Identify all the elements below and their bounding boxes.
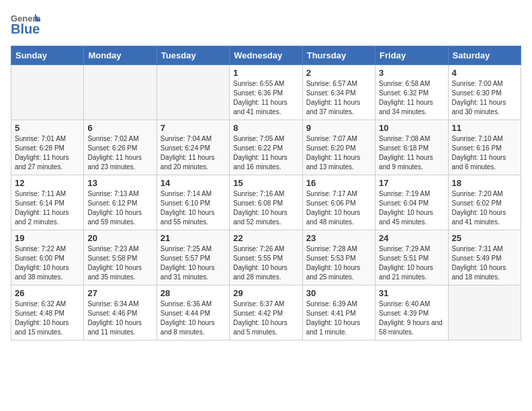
day-info: Sunrise: 6:40 AMSunset: 4:39 PMDaylight:…	[379, 300, 444, 337]
day-number: 4	[452, 68, 517, 78]
day-info: Sunrise: 6:39 AMSunset: 4:41 PMDaylight:…	[306, 300, 371, 337]
calendar-day-cell	[157, 65, 229, 120]
day-info: Sunrise: 6:57 AMSunset: 6:34 PMDaylight:…	[306, 79, 371, 117]
day-number: 16	[306, 178, 371, 188]
day-info: Sunrise: 7:31 AMSunset: 5:49 PMDaylight:…	[452, 244, 517, 282]
calendar-day-cell: 8Sunrise: 7:05 AMSunset: 6:22 PMDaylight…	[230, 120, 302, 175]
calendar-day-cell: 9Sunrise: 7:07 AMSunset: 6:20 PMDaylight…	[302, 120, 375, 175]
day-info: Sunrise: 6:36 AMSunset: 4:44 PMDaylight:…	[161, 300, 226, 337]
calendar-day-cell: 26Sunrise: 6:32 AMSunset: 4:48 PMDayligh…	[11, 285, 84, 340]
calendar-day-cell: 1Sunrise: 6:55 AMSunset: 6:36 PMDaylight…	[230, 65, 302, 120]
calendar-day-cell: 25Sunrise: 7:31 AMSunset: 5:49 PMDayligh…	[448, 230, 521, 285]
calendar-day-cell: 4Sunrise: 7:00 AMSunset: 6:30 PMDaylight…	[448, 65, 521, 120]
day-number: 28	[161, 288, 226, 298]
calendar-day-cell: 30Sunrise: 6:39 AMSunset: 4:41 PMDayligh…	[302, 285, 375, 340]
day-number: 24	[379, 233, 444, 243]
weekday-header-saturday: Saturday	[448, 46, 521, 65]
day-info: Sunrise: 6:37 AMSunset: 4:42 PMDaylight:…	[233, 300, 298, 337]
day-number: 13	[87, 178, 152, 188]
weekday-header-monday: Monday	[84, 46, 157, 65]
day-number: 7	[161, 123, 226, 133]
day-number: 10	[379, 123, 444, 133]
calendar-week-row: 5Sunrise: 7:01 AMSunset: 6:28 PMDaylight…	[11, 120, 521, 175]
day-info: Sunrise: 7:28 AMSunset: 5:53 PMDaylight:…	[306, 244, 371, 282]
day-number: 5	[15, 123, 80, 133]
day-number: 31	[379, 288, 444, 298]
day-info: Sunrise: 7:05 AMSunset: 6:22 PMDaylight:…	[233, 134, 298, 172]
day-info: Sunrise: 7:01 AMSunset: 6:28 PMDaylight:…	[15, 134, 80, 172]
svg-text:Blue: Blue	[11, 21, 40, 36]
day-info: Sunrise: 7:29 AMSunset: 5:51 PMDaylight:…	[379, 244, 444, 282]
day-number: 9	[306, 123, 371, 133]
calendar-day-cell: 20Sunrise: 7:23 AMSunset: 5:58 PMDayligh…	[84, 230, 157, 285]
page-header: General Blue	[11, 11, 521, 38]
day-info: Sunrise: 7:04 AMSunset: 6:24 PMDaylight:…	[161, 134, 226, 172]
day-info: Sunrise: 7:02 AMSunset: 6:26 PMDaylight:…	[87, 134, 152, 172]
calendar-day-cell	[448, 285, 521, 340]
calendar-day-cell: 2Sunrise: 6:57 AMSunset: 6:34 PMDaylight…	[302, 65, 375, 120]
calendar-day-cell: 5Sunrise: 7:01 AMSunset: 6:28 PMDaylight…	[11, 120, 84, 175]
day-number: 3	[379, 68, 444, 78]
calendar-day-cell: 21Sunrise: 7:25 AMSunset: 5:57 PMDayligh…	[157, 230, 229, 285]
calendar-day-cell	[11, 65, 84, 120]
day-info: Sunrise: 7:26 AMSunset: 5:55 PMDaylight:…	[233, 244, 298, 282]
calendar-day-cell: 28Sunrise: 6:36 AMSunset: 4:44 PMDayligh…	[157, 285, 229, 340]
calendar-day-cell: 17Sunrise: 7:19 AMSunset: 6:04 PMDayligh…	[375, 175, 448, 230]
day-info: Sunrise: 7:00 AMSunset: 6:30 PMDaylight:…	[452, 79, 517, 117]
day-info: Sunrise: 7:23 AMSunset: 5:58 PMDaylight:…	[87, 244, 152, 282]
calendar-week-row: 1Sunrise: 6:55 AMSunset: 6:36 PMDaylight…	[11, 65, 521, 120]
day-number: 2	[306, 68, 371, 78]
day-number: 6	[87, 123, 152, 133]
logo: General Blue	[11, 11, 40, 38]
day-info: Sunrise: 7:13 AMSunset: 6:12 PMDaylight:…	[87, 189, 152, 227]
logo: General Blue	[11, 11, 40, 38]
day-number: 15	[233, 178, 298, 188]
calendar-day-cell: 11Sunrise: 7:10 AMSunset: 6:16 PMDayligh…	[448, 120, 521, 175]
day-info: Sunrise: 7:11 AMSunset: 6:14 PMDaylight:…	[15, 189, 80, 227]
day-number: 25	[452, 233, 517, 243]
weekday-header-friday: Friday	[375, 46, 448, 65]
calendar-day-cell: 7Sunrise: 7:04 AMSunset: 6:24 PMDaylight…	[157, 120, 229, 175]
day-number: 11	[452, 123, 517, 133]
day-info: Sunrise: 7:14 AMSunset: 6:10 PMDaylight:…	[161, 189, 226, 227]
day-info: Sunrise: 7:16 AMSunset: 6:08 PMDaylight:…	[233, 189, 298, 227]
calendar-day-cell: 16Sunrise: 7:17 AMSunset: 6:06 PMDayligh…	[302, 175, 375, 230]
calendar-week-row: 26Sunrise: 6:32 AMSunset: 4:48 PMDayligh…	[11, 285, 521, 340]
weekday-header-wednesday: Wednesday	[230, 46, 302, 65]
day-number: 18	[452, 178, 517, 188]
calendar-day-cell: 29Sunrise: 6:37 AMSunset: 4:42 PMDayligh…	[230, 285, 302, 340]
calendar-day-cell: 31Sunrise: 6:40 AMSunset: 4:39 PMDayligh…	[375, 285, 448, 340]
calendar-day-cell: 19Sunrise: 7:22 AMSunset: 6:00 PMDayligh…	[11, 230, 84, 285]
calendar-day-cell: 10Sunrise: 7:08 AMSunset: 6:18 PMDayligh…	[375, 120, 448, 175]
calendar-week-row: 19Sunrise: 7:22 AMSunset: 6:00 PMDayligh…	[11, 230, 521, 285]
day-number: 20	[87, 233, 152, 243]
calendar-week-row: 12Sunrise: 7:11 AMSunset: 6:14 PMDayligh…	[11, 175, 521, 230]
calendar-day-cell: 22Sunrise: 7:26 AMSunset: 5:55 PMDayligh…	[230, 230, 302, 285]
day-number: 27	[87, 288, 152, 298]
day-number: 17	[379, 178, 444, 188]
day-info: Sunrise: 6:55 AMSunset: 6:36 PMDaylight:…	[233, 79, 298, 117]
day-info: Sunrise: 6:58 AMSunset: 6:32 PMDaylight:…	[379, 79, 444, 117]
day-info: Sunrise: 6:32 AMSunset: 4:48 PMDaylight:…	[15, 300, 80, 337]
day-number: 26	[15, 288, 80, 298]
day-number: 1	[233, 68, 298, 78]
weekday-header-tuesday: Tuesday	[157, 46, 229, 65]
weekday-header-row: SundayMondayTuesdayWednesdayThursdayFrid…	[11, 46, 521, 65]
calendar-day-cell: 24Sunrise: 7:29 AMSunset: 5:51 PMDayligh…	[375, 230, 448, 285]
calendar-day-cell: 13Sunrise: 7:13 AMSunset: 6:12 PMDayligh…	[84, 175, 157, 230]
calendar-day-cell: 6Sunrise: 7:02 AMSunset: 6:26 PMDaylight…	[84, 120, 157, 175]
day-info: Sunrise: 7:25 AMSunset: 5:57 PMDaylight:…	[161, 244, 226, 282]
weekday-header-sunday: Sunday	[11, 46, 84, 65]
day-number: 19	[15, 233, 80, 243]
calendar-day-cell: 3Sunrise: 6:58 AMSunset: 6:32 PMDaylight…	[375, 65, 448, 120]
logo-svg: General Blue	[11, 11, 40, 38]
day-info: Sunrise: 6:34 AMSunset: 4:46 PMDaylight:…	[87, 300, 152, 337]
calendar-day-cell: 27Sunrise: 6:34 AMSunset: 4:46 PMDayligh…	[84, 285, 157, 340]
day-number: 23	[306, 233, 371, 243]
day-number: 22	[233, 233, 298, 243]
calendar-day-cell: 23Sunrise: 7:28 AMSunset: 5:53 PMDayligh…	[302, 230, 375, 285]
weekday-header-thursday: Thursday	[302, 46, 375, 65]
day-number: 21	[161, 233, 226, 243]
day-number: 12	[15, 178, 80, 188]
calendar-day-cell: 18Sunrise: 7:20 AMSunset: 6:02 PMDayligh…	[448, 175, 521, 230]
